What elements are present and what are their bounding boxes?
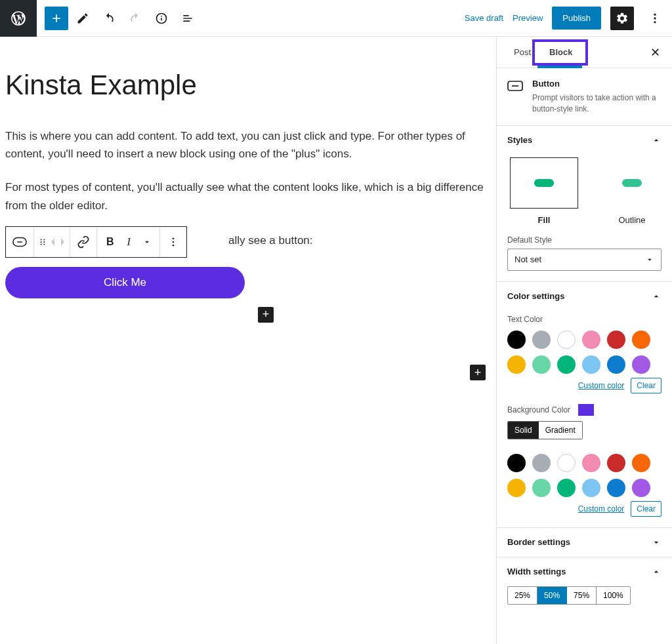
text-color-label: Text Color xyxy=(507,315,662,324)
block-mover[interactable] xyxy=(34,227,70,257)
block-info: Button Prompt visitors to take action wi… xyxy=(497,68,672,125)
chevron-up-icon xyxy=(651,567,662,577)
default-style-label: Default Style xyxy=(507,235,662,245)
color-swatch[interactable] xyxy=(557,479,576,497)
styles-panel-title: Styles xyxy=(507,135,532,145)
color-swatch[interactable] xyxy=(607,479,625,497)
block-name-label: Button xyxy=(532,79,662,89)
color-swatch[interactable] xyxy=(507,355,526,374)
link-icon[interactable] xyxy=(70,227,97,257)
color-swatch[interactable] xyxy=(582,355,600,374)
preview-link[interactable]: Preview xyxy=(513,13,543,23)
bg-gradient-button[interactable]: Gradient xyxy=(539,422,582,439)
sidebar-tabs: Post Block ✕ xyxy=(497,37,672,68)
bg-color-clear-button[interactable]: Clear xyxy=(631,501,662,517)
undo-icon[interactable] xyxy=(97,7,121,30)
default-style-select[interactable]: Not set xyxy=(507,249,662,271)
settings-sidebar: Post Block ✕ Button Prompt visitors to t… xyxy=(496,37,672,644)
svg-point-5 xyxy=(654,21,656,23)
save-draft-link[interactable]: Save draft xyxy=(465,13,503,23)
more-format-dropdown[interactable] xyxy=(138,237,156,247)
text-custom-color-link[interactable]: Custom color xyxy=(578,381,625,390)
editor-topbar: Save draft Preview Publish xyxy=(0,0,672,37)
color-panel-toggle[interactable]: Color settings xyxy=(497,282,672,311)
text-format-group: B I xyxy=(97,227,160,257)
block-type-button-icon[interactable] xyxy=(6,227,34,257)
outline-icon[interactable] xyxy=(176,7,200,30)
close-sidebar-icon[interactable]: ✕ xyxy=(644,42,665,63)
color-swatch[interactable] xyxy=(582,331,600,349)
add-block-inline-button[interactable]: + xyxy=(258,307,274,323)
style-fill-label: Fill xyxy=(538,215,551,225)
bg-solid-button[interactable]: Solid xyxy=(508,422,539,439)
more-options-icon[interactable] xyxy=(643,7,667,30)
style-outline-option[interactable]: Outline xyxy=(598,157,666,225)
border-panel-toggle[interactable]: Border settings xyxy=(497,528,672,557)
color-swatch[interactable] xyxy=(532,355,551,374)
width-option[interactable]: 100% xyxy=(597,587,630,604)
bg-custom-color-link[interactable]: Custom color xyxy=(578,504,625,513)
wordpress-logo[interactable] xyxy=(0,0,37,37)
tab-post[interactable]: Post xyxy=(505,37,540,68)
italic-button[interactable]: I xyxy=(122,236,136,248)
color-swatch[interactable] xyxy=(607,331,625,349)
bg-color-indicator xyxy=(578,404,594,416)
width-panel-toggle[interactable]: Width settings xyxy=(497,557,672,586)
block-more-options-icon[interactable] xyxy=(160,227,186,257)
color-swatch[interactable] xyxy=(557,331,576,349)
redo-icon[interactable] xyxy=(123,7,147,30)
svg-point-12 xyxy=(41,243,42,245)
bg-color-swatches xyxy=(507,454,662,497)
width-option[interactable]: 75% xyxy=(567,587,597,604)
bg-color-label: Background Color xyxy=(507,405,570,414)
paragraph-block-1[interactable]: This is where you can add content. To ad… xyxy=(5,127,491,163)
add-block-button[interactable] xyxy=(45,7,68,30)
color-swatch[interactable] xyxy=(607,454,625,472)
color-swatch[interactable] xyxy=(632,454,650,472)
settings-gear-button[interactable] xyxy=(610,7,634,30)
color-swatch[interactable] xyxy=(557,454,576,472)
color-swatch[interactable] xyxy=(582,479,600,497)
add-block-floating-button[interactable]: + xyxy=(470,365,486,380)
svg-point-3 xyxy=(654,13,656,15)
button-block-icon xyxy=(507,79,523,115)
width-segmented: 25%50%75%100% xyxy=(507,586,631,605)
color-swatch[interactable] xyxy=(582,454,600,472)
svg-point-9 xyxy=(43,239,45,240)
style-fill-option[interactable]: Fill xyxy=(510,157,578,225)
text-color-swatches xyxy=(507,331,662,374)
publish-button[interactable]: Publish xyxy=(552,7,601,30)
color-swatch[interactable] xyxy=(532,454,551,472)
width-option[interactable]: 25% xyxy=(508,587,537,604)
color-swatch[interactable] xyxy=(557,355,576,374)
border-panel-title: Border settings xyxy=(507,537,570,547)
color-swatch[interactable] xyxy=(507,454,526,472)
paragraph-block-2[interactable]: For most types of content, you'll actual… xyxy=(5,178,491,214)
color-swatch[interactable] xyxy=(532,331,551,349)
color-swatch[interactable] xyxy=(507,331,526,349)
svg-point-15 xyxy=(173,241,175,243)
block-description: Prompt visitors to take action with a bu… xyxy=(532,92,662,115)
editor-canvas[interactable]: Kinsta Example This is where you can add… xyxy=(0,37,496,644)
color-swatch[interactable] xyxy=(507,479,526,497)
color-swatch[interactable] xyxy=(632,355,650,374)
text-color-clear-button[interactable]: Clear xyxy=(631,378,662,393)
styles-panel-toggle[interactable]: Styles xyxy=(497,126,672,155)
svg-point-8 xyxy=(41,239,42,240)
color-swatch[interactable] xyxy=(632,479,650,497)
width-option[interactable]: 50% xyxy=(537,587,567,604)
info-icon[interactable] xyxy=(150,7,173,30)
page-title[interactable]: Kinsta Example xyxy=(5,70,491,101)
style-outline-label: Outline xyxy=(618,215,645,225)
tab-block[interactable]: Block xyxy=(540,37,581,68)
color-swatch[interactable] xyxy=(632,331,650,349)
color-swatch[interactable] xyxy=(532,479,551,497)
svg-point-13 xyxy=(43,243,45,245)
chevron-up-icon xyxy=(651,291,662,302)
default-style-value: Not set xyxy=(514,254,541,264)
color-swatch[interactable] xyxy=(607,355,625,374)
bold-button[interactable]: B xyxy=(101,236,119,248)
width-panel-title: Width settings xyxy=(507,567,566,576)
button-block[interactable]: Click Me xyxy=(5,267,245,298)
edit-mode-icon[interactable] xyxy=(71,7,94,30)
